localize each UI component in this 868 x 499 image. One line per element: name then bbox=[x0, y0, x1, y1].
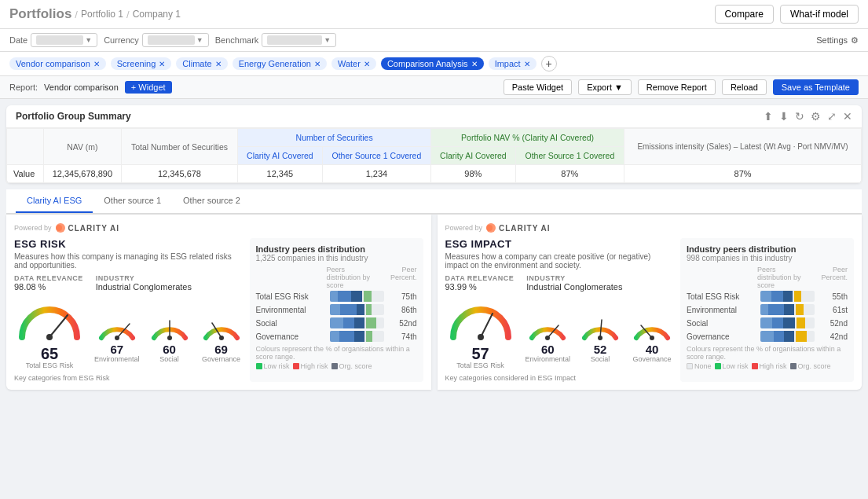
summary-table: NAV (m) Total Number of Securities Numbe… bbox=[6, 128, 862, 183]
dist-gov-label: Governance bbox=[256, 332, 327, 341]
currency-select[interactable]: ▼ bbox=[142, 33, 209, 47]
reload-button[interactable]: Reload bbox=[722, 79, 767, 95]
legend-org-label: Org. score bbox=[339, 362, 372, 370]
svg-point-7 bbox=[167, 336, 172, 340]
tab-other-source-1[interactable]: Other source 1 bbox=[93, 189, 172, 213]
gov-score-label-right: Governance bbox=[630, 355, 674, 363]
tab-clarity-ai-esg[interactable]: Clarity AI ESG bbox=[16, 189, 93, 213]
dist-col-headers-right: Peers distribution by score Peer Percent… bbox=[687, 266, 848, 289]
industry-value: Industrial Conglomerates bbox=[96, 282, 192, 292]
dist-bar-indicator bbox=[797, 317, 805, 328]
tag-close-icon[interactable]: ✕ bbox=[471, 60, 478, 68]
legend-none: None bbox=[687, 362, 712, 370]
legend-high-icon-right bbox=[752, 363, 758, 369]
dist-bar-seg bbox=[343, 317, 354, 328]
sub-scores-container-right: 60 Environmental 52 bbox=[526, 311, 675, 369]
legend-org-label-right: Org. score bbox=[798, 362, 831, 370]
close-icon[interactable]: ✕ bbox=[843, 110, 852, 123]
tag-screening[interactable]: Screening ✕ bbox=[111, 57, 172, 70]
environmental-score: 67 Environmental bbox=[94, 311, 140, 363]
whatif-button[interactable]: What-if model bbox=[780, 5, 859, 24]
clarity-brand-left: CLARITY AI bbox=[55, 222, 120, 233]
dist-bar-seg bbox=[340, 304, 357, 315]
portfolio-group-summary-card: Portfolio Group Summary ⬆ ⬇ ↻ ⚙ ⤢ ✕ NAV … bbox=[6, 105, 862, 183]
tab-other-source-2[interactable]: Other source 2 bbox=[172, 189, 251, 213]
data-relevance-item-right: DATA RELEVANCE 93.99 % bbox=[445, 274, 515, 292]
dist-bar-seg bbox=[330, 291, 338, 302]
export-button[interactable]: Export ▼ bbox=[578, 79, 632, 95]
tag-close-icon[interactable]: ✕ bbox=[524, 60, 530, 68]
widget-button[interactable]: + Widget bbox=[125, 81, 172, 94]
main-score-value-right: 57 bbox=[445, 346, 516, 361]
currency-value bbox=[148, 35, 195, 45]
refresh-icon[interactable]: ↻ bbox=[795, 110, 804, 123]
main-score-value: 65 bbox=[14, 346, 85, 361]
esg-risk-panel: Powered by CLARITY AI ESG RISK Measures … bbox=[6, 215, 431, 390]
svg-point-17 bbox=[598, 336, 602, 340]
benchmark-select[interactable]: ▼ bbox=[262, 33, 336, 47]
social-score-value: 60 bbox=[148, 343, 192, 355]
dist-panel-right: Industry peers distribution 998 companie… bbox=[680, 238, 854, 382]
main-content: Portfolio Group Summary ⬆ ⬇ ↻ ⚙ ⤢ ✕ NAV … bbox=[0, 99, 868, 396]
clarity-nav-header: Clarity AI Covered bbox=[431, 147, 516, 165]
settings-icon[interactable]: ⚙ bbox=[811, 110, 821, 123]
tag-energy-generation[interactable]: Energy Generation ✕ bbox=[233, 57, 327, 70]
top-bar: Portfolios / Portfolio 1 / Company 1 Com… bbox=[0, 0, 868, 29]
dist-title-left: Industry peers distribution bbox=[256, 244, 417, 254]
dist-total-bar bbox=[330, 291, 384, 302]
social-gauge-right bbox=[578, 311, 622, 341]
dist-bar-seg bbox=[357, 304, 364, 315]
legend-high-label: High risk bbox=[301, 362, 328, 370]
settings-label: Settings bbox=[816, 35, 848, 45]
gov-score-value-right: 40 bbox=[630, 343, 674, 355]
share-icon[interactable]: ⬆ bbox=[764, 110, 773, 123]
tag-impact[interactable]: Impact ✕ bbox=[489, 57, 537, 70]
social-score-value-right: 52 bbox=[578, 343, 622, 355]
svg-line-16 bbox=[600, 320, 602, 338]
dist-bar-seg bbox=[354, 317, 365, 328]
esg-risk-left: ESG RISK Measures how this company is ma… bbox=[14, 238, 244, 382]
portfolio-col-header bbox=[7, 129, 44, 165]
emissions-col-header: Emissions intensity (Sales) – Latest (Wt… bbox=[624, 129, 862, 165]
remove-report-button[interactable]: Remove Report bbox=[638, 79, 716, 95]
tag-close-icon[interactable]: ✕ bbox=[159, 60, 165, 68]
tag-comparison-analysis[interactable]: Comparison Analysis ✕ bbox=[381, 57, 484, 70]
legend-low-right: Low risk bbox=[715, 362, 749, 370]
tag-vendor-comparison[interactable]: Vendor comparison ✕ bbox=[9, 57, 106, 70]
clarity-sec-cell: 12,345 bbox=[238, 165, 323, 183]
dist-env-bar bbox=[330, 304, 384, 315]
esg-risk-inner: ESG RISK Measures how this company is ma… bbox=[14, 238, 423, 382]
dist-row-social-right: Social 52nd bbox=[687, 317, 848, 328]
industry-value-right: Industrial Conglomerates bbox=[526, 282, 622, 292]
tag-close-icon[interactable]: ✕ bbox=[215, 60, 222, 68]
clarity-logo-left: Powered by CLARITY AI bbox=[14, 222, 423, 233]
add-tag-button[interactable]: + bbox=[541, 56, 557, 72]
table-group-header-row: NAV (m) Total Number of Securities Numbe… bbox=[7, 129, 862, 147]
compare-button[interactable]: Compare bbox=[715, 5, 774, 24]
page-title: Portfolios bbox=[9, 6, 71, 22]
dist-row-total: Total ESG Risk 75th bbox=[256, 291, 417, 302]
svg-point-11 bbox=[486, 225, 493, 231]
tag-label: Comparison Analysis bbox=[387, 59, 468, 68]
expand-icon[interactable]: ⤢ bbox=[827, 110, 837, 123]
paste-widget-button[interactable]: Paste Widget bbox=[504, 79, 572, 95]
table-row: Value 12,345,678,890 12,345,678 12,345 1… bbox=[7, 165, 862, 183]
esg-tabs: Clarity AI ESG Other source 1 Other sour… bbox=[6, 189, 862, 214]
tag-close-icon[interactable]: ✕ bbox=[314, 60, 320, 68]
powered-by-label-right: Powered by bbox=[445, 224, 483, 232]
tag-close-icon[interactable]: ✕ bbox=[364, 60, 370, 68]
dist-title-right: Industry peers distribution bbox=[687, 244, 848, 254]
dist-bar-seg bbox=[760, 291, 771, 302]
save-template-button[interactable]: Save as Template bbox=[773, 79, 859, 95]
settings-button[interactable]: Settings ⚙ bbox=[816, 35, 859, 46]
legend-low-icon-right bbox=[715, 363, 721, 369]
dist-social-label-right: Social bbox=[687, 319, 757, 328]
date-select[interactable]: ▼ bbox=[31, 33, 97, 47]
total-sec-col-header: Total Number of Securities bbox=[121, 129, 237, 165]
tag-water[interactable]: Water ✕ bbox=[331, 57, 376, 70]
tag-climate[interactable]: Climate ✕ bbox=[176, 57, 227, 70]
legend-high-icon bbox=[293, 363, 299, 369]
dist-env-bar-right bbox=[760, 304, 815, 315]
tag-close-icon[interactable]: ✕ bbox=[93, 60, 100, 68]
download-icon[interactable]: ⬇ bbox=[779, 110, 789, 123]
